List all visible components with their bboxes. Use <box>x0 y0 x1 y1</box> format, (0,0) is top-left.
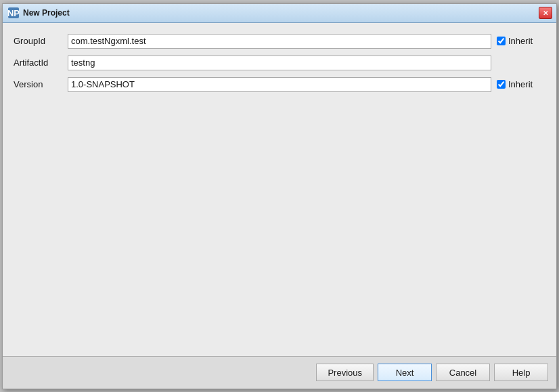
window-icon-label: NP <box>7 8 20 18</box>
help-button[interactable]: Help <box>494 364 548 381</box>
window-title: New Project <box>23 8 70 18</box>
groupid-row: GroupId Inherit <box>14 34 545 49</box>
artifactid-label: ArtifactId <box>14 58 62 68</box>
cancel-button[interactable]: Cancel <box>436 364 490 381</box>
groupid-input[interactable] <box>68 34 491 49</box>
content-area: GroupId Inherit ArtifactId Version <box>3 23 556 356</box>
next-button[interactable]: Next <box>378 364 432 381</box>
version-inherit-container: Inherit <box>497 79 545 89</box>
groupid-inherit-label: Inherit <box>508 36 533 46</box>
artifactid-row: ArtifactId <box>14 56 545 70</box>
groupid-inherit-checkbox[interactable] <box>497 37 506 45</box>
previous-button[interactable]: Previous <box>316 364 374 381</box>
artifactid-input[interactable] <box>68 56 491 70</box>
title-bar-left: NP New Project <box>8 7 70 18</box>
version-label: Version <box>14 79 62 89</box>
version-inherit-label: Inherit <box>508 79 533 89</box>
window-icon: NP <box>8 7 19 18</box>
groupid-inherit-container: Inherit <box>497 36 545 46</box>
close-button[interactable]: ✕ <box>539 7 552 19</box>
title-bar: NP New Project ✕ <box>3 4 556 23</box>
form-section: GroupId Inherit ArtifactId Version <box>14 34 545 92</box>
groupid-label: GroupId <box>14 36 62 46</box>
new-project-dialog: NP New Project ✕ GroupId Inherit Artifac… <box>2 3 557 389</box>
version-row: Version Inherit <box>14 77 545 92</box>
version-input[interactable] <box>68 77 491 92</box>
button-bar: Previous Next Cancel Help <box>3 356 556 389</box>
version-inherit-checkbox[interactable] <box>497 80 506 89</box>
